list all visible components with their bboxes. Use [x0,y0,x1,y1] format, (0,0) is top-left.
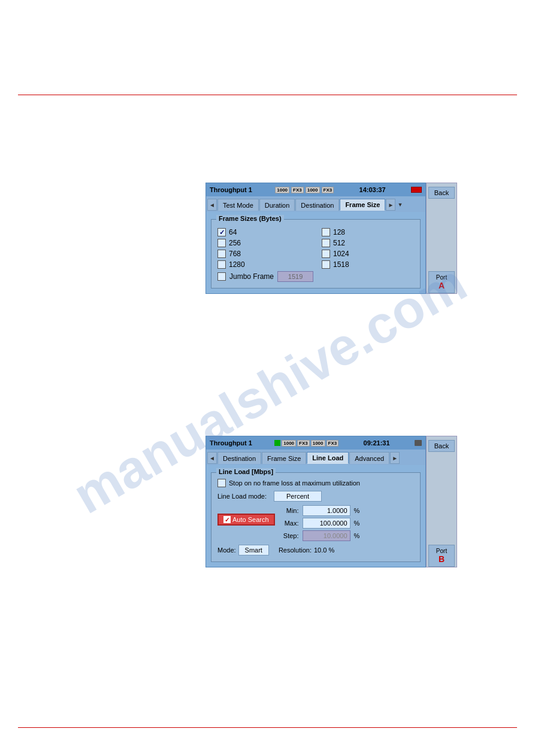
panel2-speed-badge2: FX3 [297,440,310,447]
step-unit: % [354,532,360,539]
panel2-back-button[interactable]: Back [428,440,455,452]
top-rule [18,95,517,95]
frame-size-1518-row: 1518 [322,260,414,269]
panel1-tab-dropdown[interactable]: ▼ [396,202,404,208]
min-label: Min: [282,507,299,514]
auto-search-checkbox[interactable] [223,516,231,523]
panel2-sidebar: Back Port B [426,436,457,567]
panel2-speed-badge3: 1000 [311,440,325,447]
panel1-wrapper: Throughput 1 1000 FX3 1000 FX3 14:03:3 [205,183,457,294]
step-input: 10.0000 [303,530,350,541]
panel2-time: 09:21:31 [364,439,390,447]
bottom-rule [18,727,517,728]
panel1-sidebar: Back Port A [426,183,457,294]
panel2-tab-advanced[interactable]: Advanced [349,452,389,464]
panel2-conn-indicator [274,440,280,446]
panel2-tab-destination[interactable]: Destination [217,452,261,464]
panel1-conn-badge1: 1000 [275,187,289,193]
line-load-group: Line Load [Mbps] Stop on no frame loss a… [211,472,421,562]
resolution-label: Resolution: [279,546,312,554]
panel2-tab-next[interactable]: ► [390,452,400,464]
min-input[interactable]: 1.0000 [303,505,350,516]
panel1-content: Frame Sizes (Bytes) 64 128 [206,212,425,293]
panel1-title: Throughput 1 [210,186,252,193]
frame-size-1024-row: 1024 [322,250,414,258]
frame-size-768-row: 768 [217,250,310,258]
panel1-tab-testmode[interactable]: Test Mode [217,199,259,211]
max-input[interactable]: 100.0000 [303,518,350,529]
frame-size-1280-row: 1280 [217,260,310,269]
panel1-port-button[interactable]: Port A [428,271,455,293]
min-row: Min: 1.0000 % [282,505,360,516]
panel2-titlebar: Throughput 1 1000 FX3 1000 FX3 09:21:31 [206,436,425,450]
frame-size-64-row: 64 [217,228,310,236]
auto-search-button[interactable]: Auto Search [217,514,275,526]
max-unit: % [354,520,360,527]
frame-size-128-checkbox[interactable] [322,228,330,236]
panel2-plug-icon [415,440,422,446]
panel2-speed-badge1: 1000 [282,440,296,447]
panel2-tabbar: ◄ Destination Frame Size Line Load Advan… [206,450,425,465]
frame-size-768-label: 768 [229,250,241,258]
frame-size-768-checkbox[interactable] [217,250,226,258]
jumbo-frame-checkbox[interactable] [217,272,226,281]
line-load-mode-row: Line Load mode: Percent [217,491,414,502]
max-row: Max: 100.0000 % [282,518,360,529]
step-row: Step: 10.0000 % [282,530,360,541]
stop-on-checkbox[interactable] [217,479,226,487]
panel1-conn-badge2: FX3 [291,187,304,193]
panel2-tab-prev[interactable]: ◄ [207,452,217,464]
frame-size-256-row: 256 [217,239,310,247]
jumbo-frame-input[interactable]: 1519 [277,271,313,282]
panel2-content: Line Load [Mbps] Stop on no frame loss a… [206,465,425,567]
frame-size-64-checkbox[interactable] [217,228,226,236]
panel2-title: Throughput 1 [210,439,252,447]
frame-size-1024-label: 1024 [333,250,349,258]
panel1-time: 14:03:37 [359,186,386,193]
mode-value[interactable]: Smart [238,545,269,555]
panel1-titlebar: Throughput 1 1000 FX3 1000 FX3 14:03:3 [206,183,425,196]
mode-label: Mode: [217,546,236,554]
frame-size-1280-checkbox[interactable] [217,260,226,269]
frame-size-128-row: 128 [322,228,414,236]
panel2-tab-framesize[interactable]: Frame Size [262,452,306,464]
panel1-back-button[interactable]: Back [428,187,455,199]
stop-on-label: Stop on no frame loss at maximum utiliza… [229,479,360,487]
panel1-tabbar: ◄ Test Mode Duration Destination Frame S… [206,196,425,212]
panel1-conn-badge3: 1000 [306,187,320,193]
resolution-row: Resolution: 10.0 % [279,546,334,554]
line-load-group-title: Line Load [Mbps] [216,468,276,475]
frame-size-512-row: 512 [322,239,414,247]
panel1-tab-destination[interactable]: Destination [295,199,339,211]
panel1-tab-prev[interactable]: ◄ [207,199,217,211]
mode-resolution-area: Mode: Smart Resolution: 10.0 % [217,545,414,555]
panel1-tab-duration[interactable]: Duration [259,199,295,211]
frame-size-1280-label: 1280 [229,260,245,269]
line-load-mode-label: Line Load mode: [217,493,271,500]
panel1-tab-next[interactable]: ► [386,199,395,211]
panel1-speed-area: 1000 FX3 1000 FX3 [275,187,334,193]
auto-search-col: Auto Search [217,514,275,526]
panel1-conn-badge4: FX3 [322,187,334,193]
panel2-tab-lineload[interactable]: Line Load [307,452,349,464]
frame-sizes-grid: 64 128 256 512 [217,228,414,269]
panel2-port-button[interactable]: Port B [428,545,455,567]
frame-size-1024-checkbox[interactable] [322,250,330,258]
panel2-conn-area: 1000 FX3 1000 FX3 [274,440,338,447]
panel1-tab-framesize[interactable]: Frame Size [340,199,385,211]
frame-sizes-group-title: Frame Sizes (Bytes) [216,215,284,222]
panel1-main: Throughput 1 1000 FX3 1000 FX3 14:03:3 [205,183,426,294]
max-label: Max: [282,520,299,527]
frame-size-256-checkbox[interactable] [217,239,226,247]
frame-size-128-label: 128 [333,228,345,236]
panel2-wrapper: Throughput 1 1000 FX3 1000 FX3 09:21:31 … [205,436,457,567]
min-unit: % [354,507,360,514]
frame-size-512-checkbox[interactable] [322,239,330,247]
stop-on-row: Stop on no frame loss at maximum utiliza… [217,479,414,487]
jumbo-frame-label: Jumbo Frame [229,272,274,281]
frame-size-1518-checkbox[interactable] [322,260,330,269]
panel2-main: Throughput 1 1000 FX3 1000 FX3 09:21:31 … [205,436,426,567]
frame-size-256-label: 256 [229,239,241,247]
mode-row: Mode: Smart [217,545,269,555]
line-load-mode-value[interactable]: Percent [274,491,322,502]
